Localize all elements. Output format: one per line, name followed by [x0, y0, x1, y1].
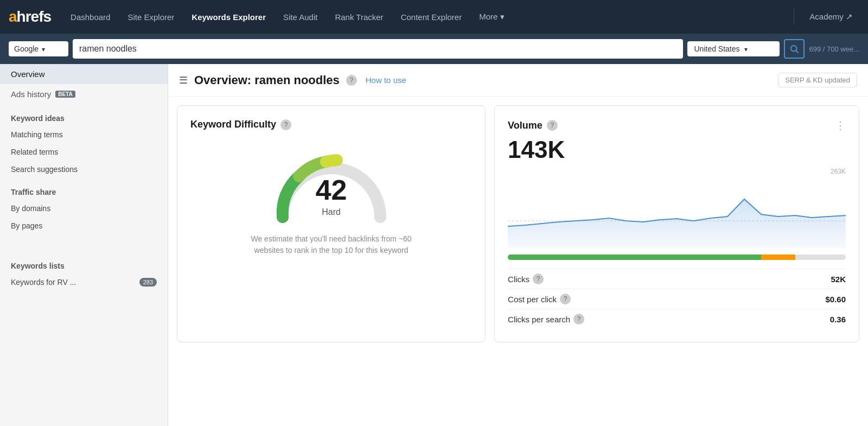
logo-hrefs: hrefs: [17, 8, 51, 25]
how-to-use-link[interactable]: How to use: [366, 75, 406, 85]
clicks-help-icon[interactable]: ?: [533, 274, 544, 284]
sidebar-item-search-suggestions[interactable]: Search suggestions: [0, 161, 168, 178]
nav-academy[interactable]: Academy ↗: [803, 9, 859, 25]
page-header: ☰ Overview: ramen noodles ? How to use S…: [168, 64, 868, 97]
content-area: ☰ Overview: ramen noodles ? How to use S…: [168, 64, 868, 426]
sidebar-item-by-pages[interactable]: By pages: [0, 217, 168, 234]
volume-title: Volume: [508, 120, 542, 131]
sidebar-section-keyword-ideas: Keyword ideas: [0, 104, 168, 126]
kd-title: Keyword Difficulty: [190, 119, 276, 130]
sidebar-section-traffic-share: Traffic share: [0, 178, 168, 200]
country-chevron-icon: [744, 44, 748, 53]
sidebar-item-related-terms[interactable]: Related terms: [0, 143, 168, 161]
cpc-label: Cost per click: [508, 295, 557, 304]
gauge-container: 42 Hard: [266, 147, 397, 222]
sidebar-section-keywords-lists: Keywords lists: [0, 252, 168, 274]
quota-text: 699 / 700 wee...: [809, 45, 859, 53]
cps-label: Clicks per search: [508, 315, 570, 324]
svg-point-0: [791, 46, 797, 52]
help-icon[interactable]: ?: [346, 75, 357, 86]
cpc-value: $0.60: [825, 295, 846, 304]
sidebar-item-ads-history[interactable]: Ads history BETA: [0, 84, 168, 104]
volume-number: 143K: [508, 136, 846, 163]
sidebar: Overview Ads history BETA Keyword ideas …: [0, 64, 168, 426]
nav-keywords-explorer[interactable]: Keywords Explorer: [185, 9, 272, 25]
click-bar-orange: [761, 255, 795, 260]
logo[interactable]: ahrefs: [9, 8, 51, 26]
kd-card: Keyword Difficulty ? 42 Ha: [177, 105, 486, 342]
clicks-value: 52K: [831, 275, 846, 284]
top-nav: ahrefs Dashboard Site Explorer Keywords …: [0, 0, 868, 34]
dashboard-cards: Keyword Difficulty ? 42 Ha: [168, 97, 868, 351]
search-engine-select[interactable]: Google: [9, 41, 68, 56]
sidebar-item-matching-terms[interactable]: Matching terms: [0, 126, 168, 143]
mini-chart: [508, 177, 846, 248]
nav-dashboard[interactable]: Dashboard: [64, 9, 117, 25]
nav-site-audit[interactable]: Site Audit: [277, 9, 324, 25]
menu-icon[interactable]: ☰: [179, 74, 188, 86]
volume-help-icon[interactable]: ?: [547, 120, 558, 131]
metric-row-cpc: Cost per click ? $0.60: [508, 289, 846, 309]
click-bar-gray: [795, 255, 846, 260]
nav-content-explorer[interactable]: Content Explorer: [394, 9, 469, 25]
volume-chart-svg: [508, 177, 846, 248]
page-title: Overview: ramen noodles: [194, 73, 340, 87]
click-bar: [508, 255, 846, 260]
volume-max-label: 263K: [508, 168, 846, 175]
sidebar-item-by-domains[interactable]: By domains: [0, 200, 168, 217]
kd-description: We estimate that you'll need backlinks f…: [245, 233, 418, 256]
volume-more-icon[interactable]: ⋮: [835, 119, 846, 132]
country-select[interactable]: United States: [687, 41, 780, 56]
search-input[interactable]: [79, 44, 676, 54]
cpc-help-icon[interactable]: ?: [560, 294, 571, 304]
search-input-wrapper: [73, 39, 683, 59]
keywords-rv-count-badge: 283: [139, 278, 157, 287]
ads-history-beta-badge: BETA: [55, 91, 75, 98]
volume-card: Volume ? ⋮ 143K 263K: [494, 105, 859, 342]
serp-kd-badge: SERP & KD updated: [778, 73, 857, 87]
engine-chevron-icon: [42, 44, 45, 53]
cps-help-icon[interactable]: ?: [573, 314, 584, 325]
metrics-table: Clicks ? 52K Cost per click ? $0.60: [508, 269, 846, 329]
gauge-label: Hard: [322, 207, 341, 217]
kd-help-icon[interactable]: ?: [280, 119, 291, 130]
nav-rank-tracker[interactable]: Rank Tracker: [328, 9, 390, 25]
svg-line-1: [796, 50, 799, 53]
metric-row-clicks: Clicks ? 52K: [508, 269, 846, 289]
nav-more[interactable]: More ▾: [473, 9, 510, 25]
search-bar: Google United States 699 / 700 wee...: [0, 34, 868, 64]
kd-header: Keyword Difficulty ?: [190, 119, 291, 130]
click-bar-green: [508, 255, 761, 260]
country-label: United States: [694, 44, 739, 53]
gauge-number: 42: [316, 174, 347, 206]
metric-row-cps: Clicks per search ? 0.36: [508, 309, 846, 329]
sidebar-item-keywords-rv[interactable]: Keywords for RV ... 283: [0, 274, 168, 291]
cps-value: 0.36: [830, 315, 846, 324]
clicks-label: Clicks: [508, 275, 529, 284]
nav-site-explorer[interactable]: Site Explorer: [121, 9, 181, 25]
search-button[interactable]: [784, 39, 805, 59]
search-engine-label: Google: [14, 44, 39, 53]
sidebar-item-overview[interactable]: Overview: [0, 64, 168, 84]
main-layout: Overview Ads history BETA Keyword ideas …: [0, 64, 868, 426]
logo-a: a: [9, 8, 17, 25]
volume-header: Volume ? ⋮: [508, 119, 846, 132]
